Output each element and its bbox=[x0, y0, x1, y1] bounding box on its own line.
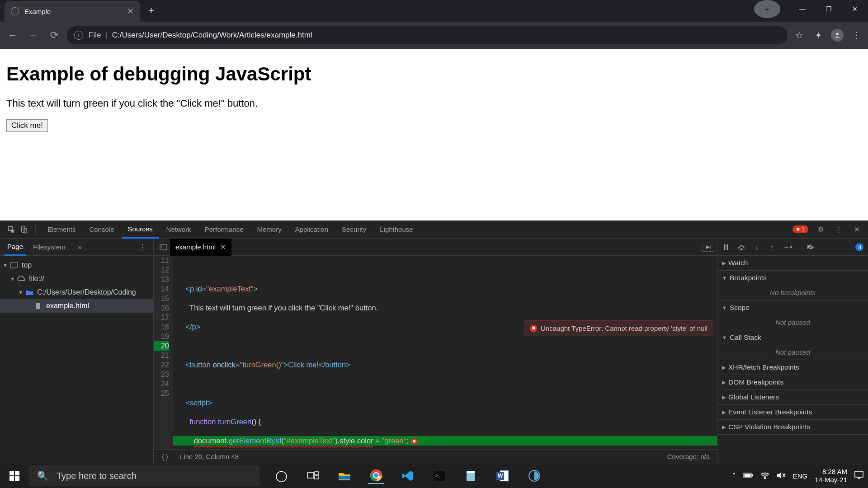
tree-file-example[interactable]: example.html bbox=[0, 299, 153, 313]
terminal-icon[interactable]: >_ bbox=[431, 468, 448, 484]
code-area[interactable]: 111213141516171819202122232425 <p id="ex… bbox=[154, 256, 717, 449]
navigator-more-icon[interactable]: » bbox=[75, 239, 85, 256]
sources-navigator: Page Filesystem » ⋮ ▼top ▼file:// ▼C:/Us… bbox=[0, 239, 154, 464]
error-count-badge[interactable]: 1 bbox=[793, 225, 808, 233]
deactivate-breakpoints-icon[interactable] bbox=[807, 243, 815, 251]
file-explorer-icon[interactable] bbox=[336, 468, 353, 484]
bookmark-star-icon[interactable]: ☆ bbox=[792, 28, 807, 42]
notifications-icon[interactable] bbox=[854, 471, 863, 481]
tab-memory[interactable]: Memory bbox=[251, 221, 288, 239]
tree-folder[interactable]: ▼C:/Users/User/Desktop/Coding bbox=[0, 286, 153, 299]
extensions-icon[interactable]: ✦ bbox=[811, 28, 826, 42]
step-over-icon[interactable] bbox=[737, 243, 745, 251]
url-path: C:/Users/User/Desktop/Coding/Work/Articl… bbox=[112, 31, 312, 40]
svg-point-9 bbox=[741, 249, 742, 250]
tree-top[interactable]: ▼top bbox=[0, 258, 153, 272]
word-icon[interactable]: W bbox=[495, 468, 511, 484]
svg-rect-33 bbox=[855, 472, 863, 477]
minimize-button[interactable]: — bbox=[789, 0, 816, 18]
reload-button[interactable]: ⟳ bbox=[46, 27, 62, 43]
section-callstack[interactable]: ▼Call Stack bbox=[717, 330, 868, 345]
devtools-menu-icon[interactable]: ⋮ bbox=[833, 224, 844, 235]
profile-chevron-icon[interactable] bbox=[754, 0, 780, 18]
close-window-button[interactable]: ✕ bbox=[842, 0, 868, 18]
address-bar-row: ← → ⟳ i File | C:/Users/User/Desktop/Cod… bbox=[0, 22, 868, 49]
wifi-icon[interactable] bbox=[760, 472, 769, 480]
section-dom[interactable]: ▶DOM Breakpoints bbox=[717, 375, 868, 389]
app-icon[interactable] bbox=[526, 468, 542, 484]
section-watch[interactable]: ▶Watch bbox=[717, 256, 868, 270]
devtools-close-icon[interactable]: ✕ bbox=[851, 224, 863, 235]
tray-chevron-icon[interactable]: ˄ bbox=[732, 472, 736, 480]
tab-application[interactable]: Application bbox=[289, 221, 335, 239]
address-bar[interactable]: i File | C:/Users/User/Desktop/Coding/Wo… bbox=[67, 26, 788, 44]
language-indicator[interactable]: ENG bbox=[793, 472, 808, 480]
back-button[interactable]: ← bbox=[5, 27, 21, 43]
url-scheme: File bbox=[89, 31, 101, 40]
settings-gear-icon[interactable]: ⚙ bbox=[815, 224, 826, 235]
section-global[interactable]: ▶Global Listeners bbox=[717, 390, 868, 404]
coverage-status: Coverage: n/a bbox=[667, 453, 710, 460]
callstack-empty: Not paused bbox=[717, 345, 868, 360]
svg-rect-11 bbox=[307, 473, 314, 478]
navigator-menu-icon[interactable]: ⋮ bbox=[137, 239, 149, 256]
run-snippet-icon[interactable]: ▶| bbox=[703, 243, 714, 252]
browser-tab[interactable]: Example ✕ bbox=[5, 1, 140, 22]
pause-icon[interactable] bbox=[722, 243, 730, 251]
editor-tabs: example.html✕ ▶| bbox=[154, 239, 717, 256]
device-toggle-icon[interactable] bbox=[18, 224, 30, 235]
navigator-tab-page[interactable]: Page bbox=[5, 239, 26, 256]
volume-icon[interactable] bbox=[777, 472, 786, 480]
section-breakpoints[interactable]: ▼Breakpoints bbox=[717, 271, 868, 285]
navigator-tab-filesystem[interactable]: Filesystem bbox=[30, 239, 68, 256]
cortana-icon[interactable]: ◯ bbox=[273, 468, 289, 484]
tree-scheme[interactable]: ▼file:// bbox=[0, 272, 153, 286]
debugger-pane: ↓ ↑ →• ⏸ ▶Watch ▼Breakpoints No breakpoi… bbox=[717, 239, 868, 464]
section-scope[interactable]: ▼Scope bbox=[717, 300, 868, 315]
svg-rect-22 bbox=[467, 471, 475, 473]
page-content: Example of debugging JavaScript This tex… bbox=[0, 49, 868, 221]
task-view-icon[interactable] bbox=[305, 468, 321, 484]
inline-error-icon[interactable]: ✖ bbox=[411, 438, 417, 445]
inspect-element-icon[interactable] bbox=[5, 224, 17, 235]
vscode-icon[interactable] bbox=[400, 468, 416, 484]
error-tooltip: ✖ Uncaught TypeError: Cannot read proper… bbox=[524, 320, 713, 336]
battery-icon[interactable] bbox=[743, 472, 753, 480]
forward-button[interactable]: → bbox=[25, 27, 42, 43]
taskbar-search[interactable]: 🔍 Type here to search bbox=[29, 465, 259, 486]
tab-sources[interactable]: Sources bbox=[122, 221, 159, 239]
chrome-icon[interactable] bbox=[368, 468, 384, 484]
step-icon[interactable]: →• bbox=[783, 243, 792, 251]
tab-elements[interactable]: Elements bbox=[41, 221, 82, 239]
section-csp[interactable]: ▶CSP Violation Breakpoints bbox=[717, 420, 868, 434]
notepad-icon[interactable] bbox=[463, 468, 479, 484]
new-tab-button[interactable]: + bbox=[148, 5, 154, 16]
tab-security[interactable]: Security bbox=[335, 221, 373, 239]
clock[interactable]: 8:28 AM 14-May-21 bbox=[815, 468, 847, 484]
site-info-icon[interactable]: i bbox=[74, 31, 83, 40]
line-gutter: 111213141516171819202122232425 bbox=[154, 256, 173, 449]
maximize-button[interactable]: ❐ bbox=[816, 0, 842, 18]
close-file-icon[interactable]: ✕ bbox=[220, 243, 226, 251]
kebab-menu-icon[interactable]: ⋮ bbox=[849, 28, 863, 42]
step-into-icon[interactable]: ↓ bbox=[753, 243, 761, 251]
profile-avatar[interactable] bbox=[830, 28, 844, 42]
code-lines: <p id="exampleText"> This text will turn… bbox=[173, 256, 717, 449]
history-nav-icon[interactable] bbox=[156, 240, 170, 254]
pause-on-exceptions-icon[interactable]: ⏸ bbox=[855, 243, 863, 251]
start-button[interactable] bbox=[0, 464, 29, 488]
tab-network[interactable]: Network bbox=[160, 221, 198, 239]
search-placeholder: Type here to search bbox=[57, 471, 137, 481]
file-tab-example[interactable]: example.html✕ bbox=[170, 239, 231, 256]
click-me-button[interactable]: Click me! bbox=[6, 119, 48, 132]
section-event[interactable]: ▶Event Listener Breakpoints bbox=[717, 405, 868, 419]
pretty-print-icon[interactable]: {} bbox=[161, 453, 169, 461]
close-tab-icon[interactable]: ✕ bbox=[127, 6, 134, 16]
svg-rect-28 bbox=[752, 474, 753, 476]
section-xhr[interactable]: ▶XHR/fetch Breakpoints bbox=[717, 360, 868, 375]
tab-performance[interactable]: Performance bbox=[198, 221, 250, 239]
debugger-toolbar: ↓ ↑ →• ⏸ bbox=[717, 239, 868, 256]
step-out-icon[interactable]: ↑ bbox=[768, 243, 776, 251]
tab-console[interactable]: Console bbox=[83, 221, 121, 239]
tab-lighthouse[interactable]: Lighthouse bbox=[373, 221, 419, 239]
